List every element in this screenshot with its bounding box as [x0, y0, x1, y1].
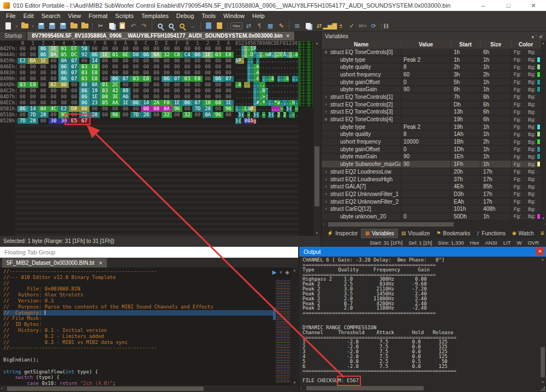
compare-button[interactable]: ⇄	[244, 21, 253, 31]
column-header-size[interactable]: Size	[480, 40, 512, 49]
hex-byte[interactable]: 00	[79, 58, 90, 64]
tab-bookmarks[interactable]: ⚑Bookmarks	[433, 229, 473, 237]
scroll-left-icon[interactable]: ‹	[1, 385, 3, 392]
variables-row[interactable]: ubyte maxGain906h1hFg:Bg:	[322, 86, 541, 93]
scroll-left-icon[interactable]: ‹	[323, 221, 324, 228]
variables-row[interactable]: ubyte gainOffset01Dh1hFg:Bg:	[322, 146, 541, 153]
ascii-char[interactable]: g	[253, 118, 256, 124]
scrollbar-thumb[interactable]	[314, 146, 319, 206]
code-line[interactable]: // Category:	[3, 310, 274, 316]
variables-row[interactable]: ∨struct EQ ToneControls[0]1h6hFg:Bg:	[322, 49, 541, 56]
save-button[interactable]	[36, 21, 46, 31]
hex-byte[interactable]: 28	[38, 112, 49, 118]
hex-byte[interactable]: 00	[110, 46, 121, 52]
code-line[interactable]: //--------------------------------------…	[3, 269, 274, 275]
tab-inspector[interactable]: ⚡Inspector	[324, 229, 361, 237]
hex-byte[interactable]: 00	[172, 58, 182, 64]
code-line[interactable]: // 0.2 - Limiters added	[3, 334, 274, 340]
redo-button[interactable]: ↷	[139, 21, 149, 31]
hex-byte[interactable]: 7D	[17, 118, 28, 124]
goto-button[interactable]: →	[188, 21, 198, 31]
expander-icon[interactable]: ›	[322, 192, 330, 197]
hex-byte[interactable]: 96	[58, 112, 69, 118]
hex-byte[interactable]: A6	[120, 94, 130, 100]
variables-row[interactable]: ›struct EQ ToneControls[3]13h6hFg:Bg:	[322, 109, 541, 116]
hex-byte[interactable]: 00	[120, 106, 130, 112]
code-line[interactable]	[3, 351, 274, 357]
hex-byte[interactable]: 03	[182, 76, 193, 82]
edit-as-table-button[interactable]: ▦	[265, 21, 275, 31]
expander-icon[interactable]: ›	[322, 184, 330, 189]
hex-byte[interactable]: 00	[151, 46, 162, 52]
hex-byte[interactable]: 7D	[28, 112, 38, 118]
hex-byte[interactable]: 00	[120, 58, 130, 64]
variables-row[interactable]: ubyte maxGain901Eh1hFg:Bg:	[322, 153, 541, 161]
hex-byte[interactable]: 00	[192, 64, 203, 70]
hex-byte[interactable]: 00	[182, 64, 193, 70]
hex-byte[interactable]: 06	[213, 76, 223, 82]
hex-byte[interactable]: 00	[172, 82, 182, 88]
hex-byte[interactable]: 42	[110, 88, 121, 94]
variables-row[interactable]: ›struct EQ2 UnknownFilter_1D3h17hFg:Bg:	[322, 191, 541, 198]
code-line[interactable]	[3, 363, 274, 369]
hex-byte[interactable]: 00	[213, 70, 223, 76]
hex-byte[interactable]: 00	[182, 88, 193, 94]
hex-byte[interactable]: 00	[141, 106, 151, 112]
column-header-value[interactable]: Value	[401, 40, 451, 49]
hex-byte[interactable]: 00	[151, 70, 162, 76]
expander-icon[interactable]: ›	[322, 206, 330, 211]
variables-row[interactable]: ›struct EQ2 LoudnessHigh37h17hFg:Bg:	[322, 176, 541, 183]
hex-byte[interactable]: 28	[203, 106, 213, 112]
hex-byte[interactable]: 05	[58, 52, 69, 58]
hex-byte[interactable]: 00	[110, 58, 121, 64]
hex-byte[interactable]: 96	[110, 112, 121, 118]
hex-byte[interactable]: 08	[100, 94, 110, 100]
hex-byte[interactable]: 00	[17, 94, 28, 100]
hex-byte[interactable]: 00	[58, 88, 69, 94]
cut-button[interactable]: ✂	[96, 21, 105, 31]
hex-byte[interactable]: 4C	[49, 106, 59, 112]
hex-byte[interactable]: 0A	[49, 52, 59, 58]
hex-byte[interactable]: E2	[58, 106, 69, 112]
resize-grip[interactable]	[540, 386, 545, 391]
hex-byte[interactable]: 00	[90, 106, 100, 112]
hex-byte[interactable]: 00	[69, 82, 79, 88]
hex-byte[interactable]: 00	[203, 76, 213, 82]
hex-byte[interactable]: 00	[151, 76, 162, 82]
hex-byte[interactable]: 03	[130, 76, 141, 82]
hex-byte[interactable]: 7D	[192, 106, 203, 112]
hex-byte[interactable]: 00	[151, 82, 162, 88]
tab-active-file[interactable]: 8V7909545N.5F_8V1035880A_0906__WAUY8LFF5…	[27, 32, 294, 40]
hex-byte[interactable]: 00	[151, 64, 162, 70]
hex-byte[interactable]: 00	[17, 70, 28, 76]
hex-byte[interactable]: 00	[17, 64, 28, 70]
histogram-button[interactable]: ▂▅▇	[325, 21, 335, 31]
hex-byte[interactable]: 28	[141, 112, 151, 118]
variables-row[interactable]: ›struct EQ2 UnknownFilter_2EAh17hFg:Bg:	[322, 198, 541, 206]
hex-byte[interactable]: 00	[100, 70, 110, 76]
hex-byte[interactable]: 00	[130, 106, 141, 112]
disassembly-button[interactable]: mov	[358, 21, 367, 31]
hex-byte[interactable]: 00	[223, 82, 234, 88]
hex-byte[interactable]: 00	[100, 112, 110, 118]
code-line[interactable]: BigEndian();	[3, 357, 274, 363]
hex-byte[interactable]: 07	[192, 100, 203, 106]
hex-byte[interactable]: 00	[49, 88, 59, 94]
scroll-left-icon[interactable]: ‹	[300, 385, 302, 392]
hex-byte[interactable]: 00	[162, 88, 172, 94]
hex-byte[interactable]: 1E	[203, 52, 213, 58]
output-close-icon[interactable]: ✕	[536, 248, 544, 255]
hex-byte[interactable]: 2C	[110, 82, 121, 88]
variables-horizontal-scrollbar[interactable]: ‹ ›	[322, 221, 546, 228]
hex-byte[interactable]: E8	[28, 82, 38, 88]
pause-button[interactable]: ▌▌	[384, 21, 389, 31]
hex-byte[interactable]: 00	[17, 76, 28, 82]
tag-button[interactable]: ✎	[276, 21, 286, 31]
hex-byte[interactable]: 00	[141, 58, 151, 64]
hex-byte[interactable]: 00	[28, 76, 38, 82]
column-header-color[interactable]: Color	[512, 40, 541, 49]
hex-minimap[interactable]	[298, 41, 313, 106]
save-as-button[interactable]	[47, 21, 57, 31]
hex-byte[interactable]: 67	[79, 118, 90, 124]
hex-byte[interactable]: 00	[130, 70, 141, 76]
